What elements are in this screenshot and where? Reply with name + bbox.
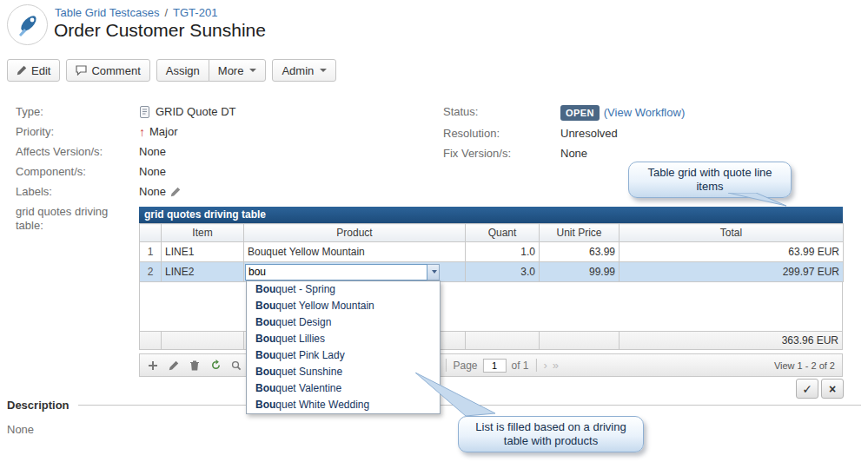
cell-rownum: 1 xyxy=(140,242,162,262)
edit-row-icon[interactable] xyxy=(168,360,180,372)
issue-type-icon xyxy=(139,106,151,118)
grid-row-2-selected[interactable]: 2 LINE2 3.0 99.99 299.97 EUR xyxy=(140,262,844,282)
pager-page-controls: « ‹ Page of 1 › » xyxy=(423,359,559,373)
edit-button[interactable]: Edit xyxy=(7,59,60,82)
chevron-down-icon xyxy=(320,69,327,72)
column-header-total[interactable]: Total xyxy=(620,224,844,242)
description-value: None xyxy=(7,423,861,436)
breadcrumb-separator: / xyxy=(164,6,168,19)
admin-button-label: Admin xyxy=(282,64,314,77)
field-status: Status: OPEN (View Workflow) xyxy=(443,102,860,123)
dropdown-option[interactable]: Bouquet - Spring xyxy=(247,281,440,298)
view-workflow-link[interactable]: (View Workflow) xyxy=(604,106,685,120)
dropdown-option[interactable]: Bouquet Valentine xyxy=(247,380,440,397)
footer-cell xyxy=(540,332,620,349)
field-affects-versions: Affects Version/s: None xyxy=(16,142,433,162)
dropdown-option[interactable]: Bouquet Yellow Mountain xyxy=(247,298,440,314)
footer-total-cell: 363.96 EUR xyxy=(620,332,842,349)
priority-major-icon: ↑ xyxy=(139,126,145,138)
chevron-down-icon xyxy=(432,270,437,274)
grid-row-1[interactable]: 1 LINE1 Bouquet Yellow Mountain 1.0 63.9… xyxy=(140,242,844,262)
comment-bubble-icon xyxy=(76,65,87,76)
column-header-item[interactable]: Item xyxy=(162,224,244,242)
field-value-type: GRID Quote DT xyxy=(139,105,235,119)
pager-toolbar xyxy=(147,359,255,372)
cell-product[interactable]: Bouquet Yellow Mountain xyxy=(244,242,466,262)
callout-tail xyxy=(726,193,789,208)
column-header-quant[interactable]: Quant xyxy=(466,224,540,242)
footer-cell xyxy=(140,332,162,349)
breadcrumb: Table Grid Testcases / TGT-201 xyxy=(55,6,217,19)
breadcrumb-issue-link[interactable]: TGT-201 xyxy=(173,6,217,19)
product-combobox xyxy=(245,263,464,280)
page-title: Order Customer Sunshine xyxy=(54,20,266,41)
cell-unit-price[interactable]: 99.99 xyxy=(540,262,620,282)
field-label-fix-versions: Fix Version/s: xyxy=(443,147,560,161)
cell-total[interactable]: 63.99 EUR xyxy=(620,242,844,262)
field-value-components: None xyxy=(139,165,166,179)
field-label-affects: Affects Version/s: xyxy=(16,145,139,159)
table-grid: grid quotes driving table Item Product Q… xyxy=(139,207,843,377)
pager-divider xyxy=(536,359,537,372)
column-header-unit-price[interactable]: Unit Price xyxy=(540,224,620,242)
breadcrumb-project-link[interactable]: Table Grid Testcases xyxy=(55,6,159,19)
page-number-input[interactable] xyxy=(483,359,507,373)
assign-more-group: Assign More xyxy=(156,59,267,82)
dropdown-option[interactable]: Bouquet Lillies xyxy=(247,331,440,347)
more-button-label: More xyxy=(218,64,244,77)
callout-driving-table: List is filled based on a driving table … xyxy=(458,416,644,452)
assign-button[interactable]: Assign xyxy=(156,59,209,82)
description-heading: Description xyxy=(7,399,70,412)
column-header-product[interactable]: Product xyxy=(244,224,466,242)
project-avatar xyxy=(7,4,48,45)
field-value-priority: ↑ Major xyxy=(139,125,178,139)
edit-labels-pencil-icon[interactable] xyxy=(170,187,181,197)
field-label-type: Type: xyxy=(16,105,139,119)
footer-cell xyxy=(162,332,244,349)
issue-page: Table Grid Testcases / TGT-201 Order Cus… xyxy=(0,0,868,462)
dropdown-option[interactable]: Bouquet White Wedding xyxy=(247,397,440,413)
field-value-fix-versions: None xyxy=(560,147,587,161)
search-icon[interactable] xyxy=(230,360,242,372)
comment-button-label: Comment xyxy=(91,64,140,77)
dropdown-option[interactable]: Bouquet Sunshine xyxy=(247,364,440,380)
add-row-icon[interactable] xyxy=(147,360,159,372)
cell-quant[interactable]: 3.0 xyxy=(466,262,540,282)
pencil-icon xyxy=(17,65,27,76)
next-page-icon[interactable]: › xyxy=(544,360,547,371)
field-value-resolution: Unresolved xyxy=(560,127,618,141)
dropdown-option[interactable]: Bouquet Design xyxy=(247,314,440,331)
cell-item[interactable]: LINE1 xyxy=(162,242,244,262)
product-dropdown: Bouquet - SpringBouquet Yellow MountainB… xyxy=(246,280,441,414)
field-type: Type: GRID Quote DT xyxy=(16,102,433,122)
save-button[interactable]: ✓ xyxy=(796,379,818,399)
edit-confirm-buttons: ✓ × xyxy=(796,379,844,399)
field-label-status: Status: xyxy=(443,105,560,119)
grid-footer-row: 363.96 EUR xyxy=(139,331,843,350)
cell-unit-price[interactable]: 63.99 xyxy=(540,242,620,262)
field-list-right: Status: OPEN (View Workflow) Resolution:… xyxy=(443,102,860,163)
edit-button-label: Edit xyxy=(31,64,50,77)
dropdown-option[interactable]: Bouquet Pink Lady xyxy=(247,347,440,364)
field-value-status: OPEN (View Workflow) xyxy=(560,105,685,121)
product-input[interactable] xyxy=(245,264,427,280)
pager-view-info: View 1 - 2 of 2 xyxy=(774,360,835,371)
delete-row-icon[interactable] xyxy=(189,360,201,372)
last-page-icon[interactable]: » xyxy=(553,360,559,371)
cell-item[interactable]: LINE2 xyxy=(162,262,244,282)
toolbar: Edit Comment Assign More Admin xyxy=(7,59,336,82)
cell-quant[interactable]: 1.0 xyxy=(466,242,540,262)
field-label-resolution: Resolution: xyxy=(443,127,560,141)
admin-button[interactable]: Admin xyxy=(272,59,336,82)
rocket-icon xyxy=(14,11,42,39)
page-of-label: of 1 xyxy=(512,360,529,372)
grid-empty-area xyxy=(139,282,843,331)
more-button[interactable]: More xyxy=(209,59,267,82)
field-fix-versions: Fix Version/s: None xyxy=(443,143,860,163)
refresh-icon[interactable] xyxy=(209,360,222,372)
field-value-affects: None xyxy=(139,145,166,159)
comment-button[interactable]: Comment xyxy=(66,59,149,82)
cancel-button[interactable]: × xyxy=(821,379,844,399)
cell-total[interactable]: 299.97 EUR xyxy=(620,262,844,282)
combo-dropdown-button[interactable] xyxy=(427,264,440,280)
